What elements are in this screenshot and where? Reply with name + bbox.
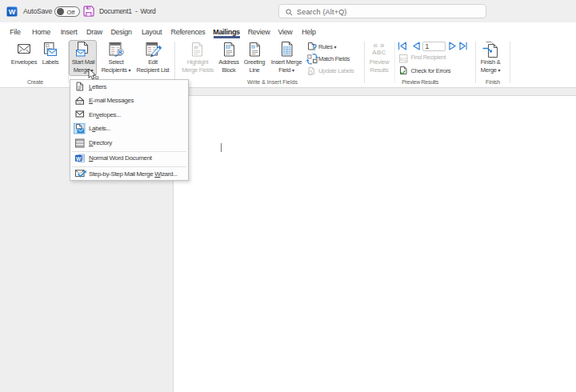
svg-text:EQ: EQ — [400, 57, 407, 62]
svg-text:W: W — [76, 156, 82, 162]
svg-text:R: R — [118, 50, 122, 55]
svg-text:W: W — [9, 8, 16, 16]
